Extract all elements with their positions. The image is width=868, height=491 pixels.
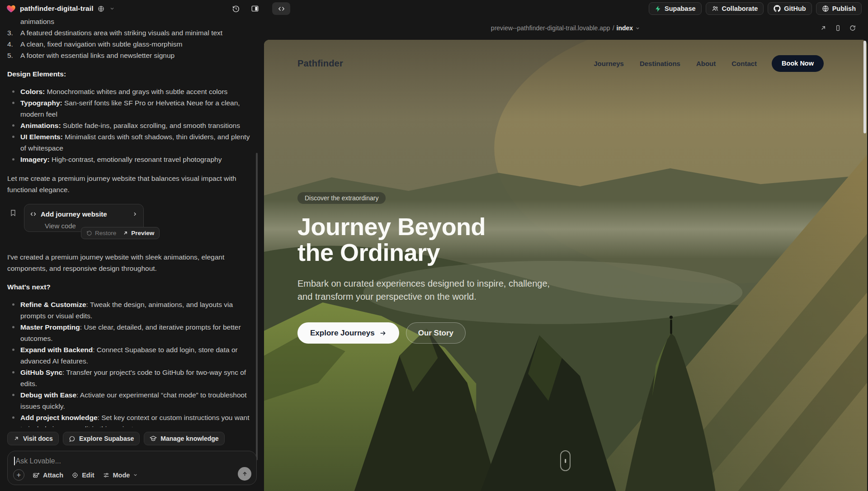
- list-item: Refine & Customize: Tweak the design, an…: [7, 299, 253, 321]
- nav-destinations[interactable]: Destinations: [640, 60, 680, 67]
- panel-layout-button[interactable]: [249, 2, 261, 15]
- edit-button[interactable]: Edit: [71, 472, 94, 479]
- refresh-icon[interactable]: [849, 24, 856, 32]
- lovable-app-window: pathfinder-digital-trail Supabase Collab…: [0, 0, 868, 491]
- design-elements-heading: Design Elements:: [7, 68, 253, 80]
- list-item: Expand with Backend: Connect Supabase to…: [7, 344, 253, 367]
- open-external-icon[interactable]: [820, 24, 827, 32]
- summary-paragraph: I've created a premium journey website w…: [7, 251, 253, 274]
- chat-messages[interactable]: animations 3.A featured destinations are…: [0, 17, 263, 427]
- preview-panel: preview--pathfinder-digital-trail.lovabl…: [263, 17, 868, 491]
- view-controls: [230, 0, 290, 17]
- attach-button[interactable]: Attach: [33, 472, 63, 479]
- people-icon: [712, 5, 719, 12]
- restore-icon: [86, 230, 92, 236]
- list-item: Imagery: High-contrast, emotionally reso…: [7, 154, 253, 165]
- send-button[interactable]: [238, 467, 251, 481]
- restore-button[interactable]: Restore: [86, 227, 116, 239]
- list-item: 3.A featured destinations area with stri…: [7, 27, 253, 38]
- image-attach-icon: [33, 472, 40, 479]
- whats-next-heading: What's next?: [7, 281, 253, 293]
- nav-contact[interactable]: Contact: [731, 60, 757, 67]
- artifact-block: Add journey website View code Restore Pr…: [7, 204, 253, 244]
- explore-supabase-button[interactable]: Explore Supabase: [63, 432, 140, 445]
- arrow-up-right-icon: [13, 435, 19, 442]
- github-button[interactable]: GitHub: [768, 2, 811, 15]
- text-caret: [14, 457, 15, 465]
- artifact-title: Add journey website: [41, 208, 128, 220]
- chat-partial-line: animations: [7, 17, 253, 27]
- list-item: Debug with Ease: Activate our experiment…: [7, 389, 253, 412]
- list-item: 5.A footer with essential links and news…: [7, 50, 253, 61]
- preview-url[interactable]: preview--pathfinder-digital-trail.lovabl…: [491, 24, 640, 32]
- chevron-right-icon: [132, 211, 138, 217]
- list-item: GitHub Sync: Transfer your project's cod…: [7, 367, 253, 389]
- hero-cta-row: Explore Journeys Our Story: [297, 322, 587, 344]
- scroll-indicator-mouse: [560, 450, 571, 471]
- preview-scrollbar[interactable]: [863, 41, 866, 133]
- project-menu[interactable]: pathfinder-digital-trail: [6, 4, 115, 14]
- site-preview: Pathfinder Journeys Destinations About C…: [264, 40, 867, 491]
- hero-badge: Discover the extraordinary: [297, 192, 386, 204]
- lovable-heart-logo: [6, 4, 16, 14]
- collaborate-button[interactable]: Collaborate: [706, 2, 764, 15]
- mode-selector[interactable]: Mode: [103, 472, 138, 479]
- preview-button[interactable]: Preview: [123, 227, 154, 239]
- chat-scrollbar[interactable]: [256, 153, 258, 460]
- restore-preview-bar: Restore Preview: [81, 227, 160, 239]
- arrow-up-icon: [241, 471, 248, 477]
- supabase-bolt-icon: [655, 5, 661, 12]
- next-bullets: Refine & Customize: Tweak the design, an…: [7, 299, 253, 427]
- code-view-toggle[interactable]: [272, 2, 290, 15]
- chevron-down-icon: [133, 472, 138, 477]
- chat-bubble-icon: [69, 435, 75, 442]
- list-item: Colors: Monochromatic whites and grays w…: [7, 86, 253, 97]
- explore-journeys-button[interactable]: Explore Journeys: [297, 322, 399, 344]
- published-globe-icon: [98, 5, 104, 12]
- quick-actions-row: Visit docs Explore Supabase Manage knowl…: [0, 432, 263, 445]
- list-item: Typography: San-serif fonts like SF Pro …: [7, 97, 253, 120]
- numbered-list: 3.A featured destinations area with stri…: [7, 27, 253, 61]
- arrow-right-icon: [379, 330, 387, 337]
- top-bar: pathfinder-digital-trail Supabase Collab…: [0, 0, 868, 17]
- chevron-down-icon[interactable]: [109, 6, 115, 11]
- nav-about[interactable]: About: [696, 60, 716, 67]
- publish-button[interactable]: Publish: [816, 2, 862, 15]
- nav-journeys[interactable]: Journeys: [594, 60, 624, 67]
- list-item: Animations: Subtle fade-ins, parallax sc…: [7, 120, 253, 131]
- history-button[interactable]: [230, 2, 242, 15]
- our-story-button[interactable]: Our Story: [406, 322, 466, 344]
- target-icon: [71, 472, 79, 479]
- site-logo[interactable]: Pathfinder: [297, 58, 343, 69]
- manage-knowledge-button[interactable]: Manage knowledge: [144, 432, 224, 445]
- book-now-button[interactable]: Book Now: [772, 55, 824, 72]
- hero-headline: Journey Beyond the Ordinary: [297, 214, 587, 265]
- list-item: UI Elements: Minimalist cards with soft …: [7, 131, 253, 154]
- graduation-cap-icon: [150, 435, 157, 442]
- site-nav: Journeys Destinations About Contact: [594, 60, 757, 67]
- project-title: pathfinder-digital-trail: [20, 5, 94, 13]
- code-icon: [30, 211, 37, 217]
- chat-panel: animations 3.A featured destinations are…: [0, 17, 263, 491]
- globe-icon: [822, 5, 829, 12]
- mobile-view-icon[interactable]: [835, 24, 841, 32]
- visit-docs-button[interactable]: Visit docs: [7, 432, 59, 445]
- sliders-icon: [103, 472, 110, 479]
- chat-input[interactable]: Ask Lovable...: [16, 457, 61, 465]
- list-item: Add project knowledge: Set key context o…: [7, 412, 253, 427]
- list-item: 4.A clean, fixed navigation with subtle …: [7, 38, 253, 50]
- add-button[interactable]: +: [13, 469, 24, 481]
- arrow-up-right-icon: [123, 230, 128, 236]
- top-bar-actions: Supabase Collaborate GitHub Publish: [649, 2, 862, 15]
- preview-controls: [820, 24, 856, 32]
- composer-toolbar: + Attach Edit Mode: [13, 469, 138, 481]
- bookmark-icon[interactable]: [9, 209, 17, 217]
- chevron-down-icon: [635, 26, 640, 31]
- github-icon: [774, 5, 781, 12]
- site-header: Pathfinder Journeys Destinations About C…: [264, 40, 867, 87]
- supabase-button[interactable]: Supabase: [649, 2, 702, 15]
- lead-paragraph: Let me create a premium journey website …: [7, 173, 253, 195]
- chat-composer[interactable]: Ask Lovable... + Attach Edit Mode: [7, 451, 257, 485]
- hero-content: Discover the extraordinary Journey Beyon…: [297, 192, 587, 344]
- list-item: Master Prompting: Use clear, detailed, a…: [7, 321, 253, 344]
